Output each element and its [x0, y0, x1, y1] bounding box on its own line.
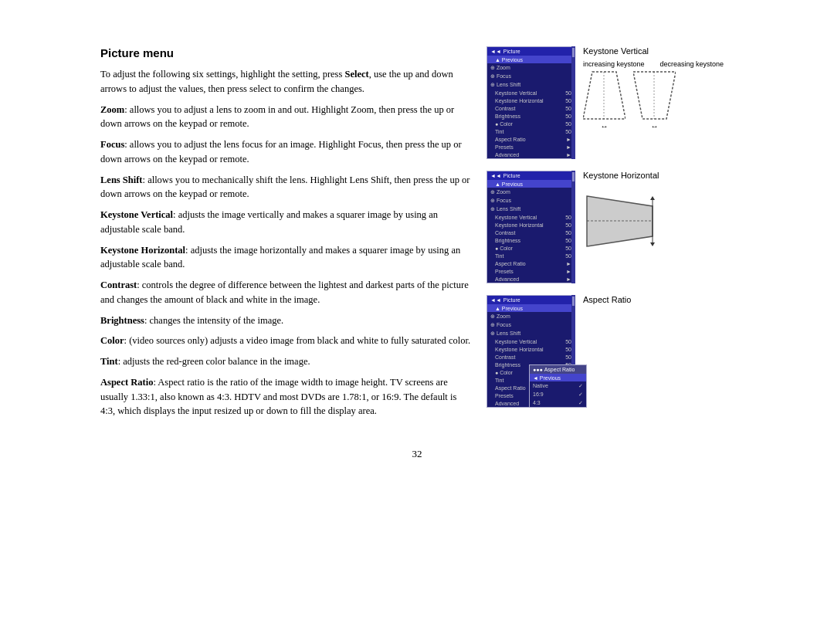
- osd-item-color-2[interactable]: ● Color50: [487, 244, 575, 252]
- osd-menu-1: ◄◄ Picture ▲ Previous ⊕ Zoom ⊕ Focus ⊕ L…: [486, 46, 575, 159]
- osd-item-contrast-3[interactable]: Contrast50: [487, 353, 575, 361]
- osd-scroll-thumb-3: [572, 297, 575, 306]
- osd-item-kh-2[interactable]: Keystone Horizontal50: [487, 221, 575, 229]
- osd-item-brightness-2[interactable]: Brightness50: [487, 236, 575, 244]
- keystone-vertical-label: Keystone Vertical: [583, 46, 724, 56]
- osd-menu-2: ◄◄ Picture ▲ Previous ⊕ Zoom ⊕ Focus ⊕ L…: [486, 171, 575, 283]
- intro-text: To adjust the following six settings, hi…: [100, 67, 471, 97]
- page-number: 32: [100, 448, 734, 460]
- osd-item-previous-3[interactable]: ▲ Previous: [487, 304, 575, 312]
- keystone-arrows: ↔ ↔: [583, 122, 724, 130]
- focus-text: Focus: allows you to adjust the lens foc…: [100, 137, 471, 167]
- zoom-text: Zoom: allows you to adjust a lens to zoo…: [100, 103, 471, 132]
- aspect-submenu-title-text: Aspect Ratio: [544, 367, 575, 372]
- osd-menu-2-title-text: Picture: [503, 173, 520, 178]
- osd-scroll-thumb-1: [572, 48, 575, 57]
- osd-menu-3-title-text: Picture: [503, 297, 520, 303]
- right-panels: ◄◄ Picture ▲ Previous ⊕ Zoom ⊕ Focus ⊕ L…: [486, 46, 734, 425]
- osd-item-contrast-2[interactable]: Contrast50: [487, 229, 575, 236]
- keystone-sub-labels: increasing keystone decreasing keystone: [583, 60, 724, 68]
- osd-left-arrow-icon-3: ◄◄: [490, 297, 501, 303]
- aspect-submenu-container: ●●● Aspect Ratio ◄ Previous Native✓ 16:9…: [529, 364, 587, 408]
- left-text-area: Picture menu To adjust the following six…: [100, 46, 471, 425]
- osd-item-tint-1[interactable]: Tint50: [487, 127, 575, 135]
- osd-item-kv-1[interactable]: Keystone Vertical50: [487, 89, 575, 97]
- aspect-item-169[interactable]: 16:9✓: [530, 390, 586, 398]
- aspect-submenu: ●●● Aspect Ratio ◄ Previous Native✓ 16:9…: [529, 364, 587, 408]
- horiz-keystone-shape: [583, 192, 659, 253]
- decreasing-keystone-shape: [633, 70, 676, 120]
- osd-menu-2-title: ◄◄ Picture: [487, 171, 575, 180]
- osd-item-advanced-1[interactable]: Advanced►: [487, 151, 575, 158]
- increasing-keystone-label: increasing keystone: [583, 60, 645, 68]
- osd-item-advanced-2[interactable]: Advanced►: [487, 275, 575, 283]
- aspect-ratio-panel: ◄◄ Picture ▲ Previous ⊕ Zoom ⊕ Focus ⊕ L…: [486, 295, 734, 408]
- aspect-ratio-label: Aspect Ratio: [583, 295, 631, 304]
- aspect-submenu-title: ●●● Aspect Ratio: [530, 365, 586, 374]
- osd-left-arrow-icon-2: ◄◄: [490, 173, 501, 178]
- osd-menu-1-container: ◄◄ Picture ▲ Previous ⊕ Zoom ⊕ Focus ⊕ L…: [486, 46, 575, 159]
- osd-left-arrow-icon: ◄◄: [490, 49, 501, 54]
- color-text: Color: (video sources only) adjusts a vi…: [100, 334, 471, 348]
- osd-item-lensshift-2[interactable]: ⊕ Lens Shift: [487, 205, 575, 213]
- aspect-item-native[interactable]: Native✓: [530, 381, 586, 390]
- osd-item-zoom-2[interactable]: ⊕ Zoom: [487, 188, 575, 196]
- lens-shift-text: Lens Shift: allows you to mechanically s…: [100, 173, 471, 202]
- keystone-vertical-text: Keystone Vertical: adjusts the image ver…: [100, 208, 471, 237]
- svg-marker-7: [650, 196, 655, 200]
- osd-item-kh-3[interactable]: Keystone Horizontal50: [487, 345, 575, 353]
- osd-item-tint-2[interactable]: Tint50: [487, 252, 575, 259]
- osd-item-lensshift-3[interactable]: ⊕ Lens Shift: [487, 329, 575, 337]
- osd-item-previous-1[interactable]: ▲ Previous: [487, 56, 575, 63]
- osd-item-kv-3[interactable]: Keystone Vertical50: [487, 337, 575, 345]
- svg-marker-4: [587, 196, 653, 246]
- svg-marker-2: [633, 72, 676, 119]
- osd-item-focus-2[interactable]: ⊕ Focus: [487, 196, 575, 205]
- osd-item-aspectratio-1[interactable]: Aspect Ratio►: [487, 135, 575, 143]
- keystone-horizontal-diagram: Keystone Horizontal: [583, 171, 659, 253]
- osd-item-previous-2[interactable]: ▲ Previous: [487, 180, 575, 188]
- osd-item-presets-1[interactable]: Presets►: [487, 143, 575, 151]
- aspect-dots-icon: ●●●: [533, 367, 543, 372]
- keystone-horizontal-text: Keystone Horizontal: adjusts the image h…: [100, 243, 471, 273]
- decreasing-keystone-label: decreasing keystone: [660, 60, 724, 68]
- osd-item-zoom-1[interactable]: ⊕ Zoom: [487, 63, 575, 72]
- osd-menu-1-title-text: Picture: [503, 49, 520, 54]
- tint-text: Tint: adjusts the red-green color balanc…: [100, 354, 471, 369]
- osd-scroll-thumb-2: [572, 172, 575, 181]
- keystone-horizontal-label: Keystone Horizontal: [583, 171, 659, 180]
- osd-item-kv-2[interactable]: Keystone Vertical50: [487, 213, 575, 221]
- aspect-ratio-text: Aspect Ratio: Aspect ratio is the ratio …: [100, 375, 471, 419]
- page-title: Picture menu: [100, 46, 471, 59]
- inc-arrow: ↔: [583, 122, 626, 130]
- osd-item-lensshift-1[interactable]: ⊕ Lens Shift: [487, 80, 575, 89]
- osd-item-kh-1[interactable]: Keystone Horizontal50: [487, 97, 575, 104]
- aspect-item-previous[interactable]: ◄ Previous: [530, 374, 586, 381]
- brightness-text: Brightness: changes the intensity of the…: [100, 314, 471, 328]
- page: Picture menu To adjust the following six…: [70, 0, 764, 491]
- keystone-shapes-row: [583, 70, 724, 120]
- osd-item-presets-2[interactable]: Presets►: [487, 267, 575, 275]
- keystone-vertical-panel: ◄◄ Picture ▲ Previous ⊕ Zoom ⊕ Focus ⊕ L…: [486, 46, 734, 159]
- osd-menu-1-title: ◄◄ Picture: [487, 47, 575, 56]
- osd-item-focus-1[interactable]: ⊕ Focus: [487, 72, 575, 80]
- osd-scrollbar-2: [571, 171, 575, 283]
- dec-arrow: ↔: [633, 122, 676, 130]
- keystone-vertical-diagram: Keystone Vertical increasing keystone de…: [583, 46, 724, 130]
- svg-marker-0: [583, 72, 626, 119]
- aspect-ratio-diagram: Aspect Ratio: [583, 295, 631, 309]
- increasing-keystone-shape: [583, 70, 626, 120]
- osd-item-focus-3[interactable]: ⊕ Focus: [487, 320, 575, 329]
- svg-marker-8: [650, 242, 655, 246]
- osd-scrollbar-1: [571, 46, 575, 159]
- contrast-text: Contrast: controls the degree of differe…: [100, 278, 471, 307]
- osd-menu-2-container: ◄◄ Picture ▲ Previous ⊕ Zoom ⊕ Focus ⊕ L…: [486, 171, 575, 283]
- osd-item-aspectratio-2[interactable]: Aspect Ratio►: [487, 259, 575, 267]
- osd-item-zoom-3[interactable]: ⊕ Zoom: [487, 312, 575, 320]
- osd-item-color-1[interactable]: ● Color50: [487, 120, 575, 127]
- osd-item-contrast-1[interactable]: Contrast50: [487, 104, 575, 112]
- osd-item-brightness-1[interactable]: Brightness50: [487, 112, 575, 120]
- aspect-item-43[interactable]: 4:3✓: [530, 398, 586, 407]
- osd-menu-3: ◄◄ Picture ▲ Previous ⊕ Zoom ⊕ Focus ⊕ L…: [486, 295, 575, 408]
- osd-menu-3-title: ◄◄ Picture: [487, 296, 575, 304]
